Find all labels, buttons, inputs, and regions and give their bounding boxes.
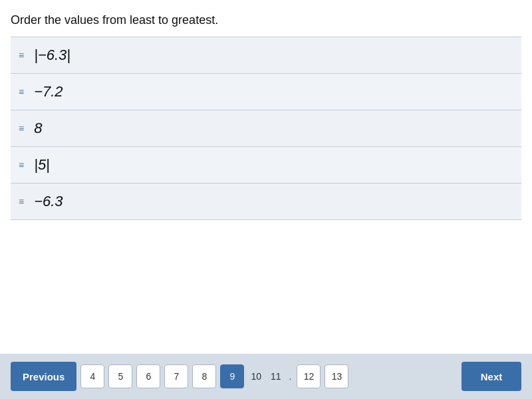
drag-handle-2: ≡ xyxy=(19,87,25,96)
drag-item-2[interactable]: ≡ −7.2 xyxy=(11,74,521,110)
page-btn-9[interactable]: 9 xyxy=(220,364,244,388)
drag-value-1: |−6.3| xyxy=(34,47,70,64)
page-btn-13[interactable]: 13 xyxy=(325,364,348,388)
page-text-11: 11 xyxy=(268,371,284,382)
previous-button[interactable]: Previous xyxy=(11,362,76,391)
page-btn-4[interactable]: 4 xyxy=(80,364,104,388)
drag-handle-5: ≡ xyxy=(19,197,25,206)
drag-item-3[interactable]: ≡ 8 xyxy=(11,110,521,147)
ellipsis: . xyxy=(288,371,293,382)
page-btn-8[interactable]: 8 xyxy=(192,364,216,388)
page-btn-6[interactable]: 6 xyxy=(136,364,160,388)
drag-handle-1: ≡ xyxy=(19,51,25,60)
drag-value-2: −7.2 xyxy=(34,83,63,100)
question-title: Order the values from least to greatest. xyxy=(11,13,521,27)
page-text-10: 10 xyxy=(248,371,264,382)
bottom-bar: Previous 4 5 6 7 8 9 10 11 . 12 13 Next xyxy=(0,354,532,399)
drag-handle-3: ≡ xyxy=(19,124,25,133)
page-btn-5[interactable]: 5 xyxy=(108,364,132,388)
drag-value-3: 8 xyxy=(34,120,42,137)
main-content: Order the values from least to greatest.… xyxy=(0,0,532,354)
drag-list: ≡ |−6.3| ≡ −7.2 ≡ 8 ≡ |5| ≡ −6.3 xyxy=(11,37,521,347)
page-btn-7[interactable]: 7 xyxy=(164,364,188,388)
page-btn-12[interactable]: 12 xyxy=(297,364,321,388)
drag-handle-4: ≡ xyxy=(19,160,25,170)
drag-item-4[interactable]: ≡ |5| xyxy=(11,147,521,184)
drag-item-1[interactable]: ≡ |−6.3| xyxy=(11,37,521,74)
next-button[interactable]: Next xyxy=(462,362,521,391)
drag-value-5: −6.3 xyxy=(34,193,63,210)
drag-item-5[interactable]: ≡ −6.3 xyxy=(11,184,521,220)
drag-value-4: |5| xyxy=(34,156,50,174)
